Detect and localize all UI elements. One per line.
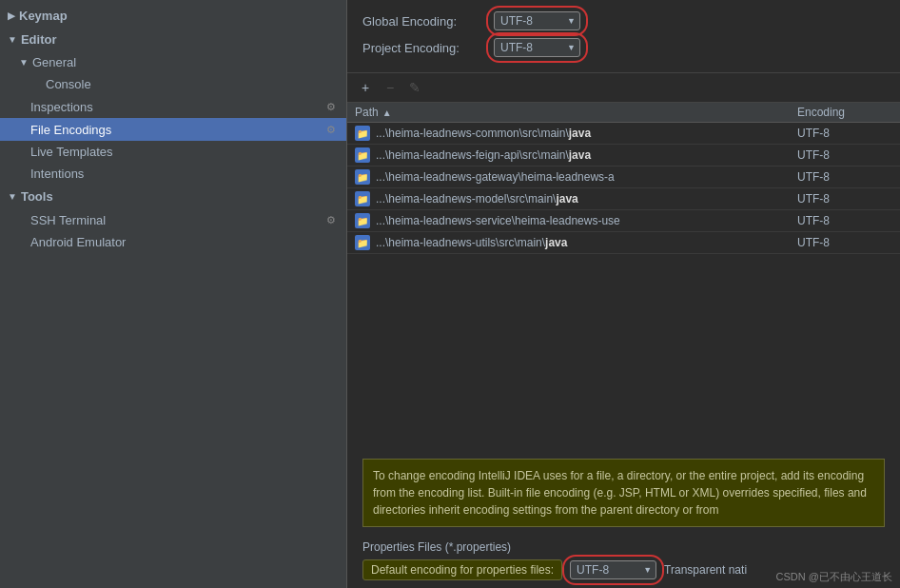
sidebar-item-label: Android Emulator xyxy=(30,235,339,249)
table-row[interactable]: 📁...\heima-leadnews-utils\src\main\javaU… xyxy=(347,232,900,254)
col-path-header: Path ▲ xyxy=(355,106,797,119)
row-path: ...\heima-leadnews-service\heima-leadnew… xyxy=(376,214,797,227)
table-body: 📁...\heima-leadnews-common\src\main\java… xyxy=(347,123,900,254)
chevron-down-icon: ▼ xyxy=(8,191,17,202)
row-path: ...\heima-leadnews-feign-api\src\main\ja… xyxy=(376,148,797,162)
folder-icon: 📁 xyxy=(355,169,370,185)
sidebar-item-label: Live Templates xyxy=(30,145,339,159)
table-row[interactable]: 📁...\heima-leadnews-gateway\heima-leadne… xyxy=(347,167,900,188)
sidebar-item-label: Keymap xyxy=(19,9,68,23)
table-row[interactable]: 📁...\heima-leadnews-common\src\main\java… xyxy=(347,123,900,145)
folder-icon: 📁 xyxy=(355,235,370,250)
info-text: To change encoding IntelliJ IDEA uses fo… xyxy=(373,469,867,517)
sidebar-item-label: Editor xyxy=(21,32,57,47)
project-encoding-select-wrapper: UTF-8 ISO-8859-1 US-ASCII xyxy=(494,38,580,57)
folder-icon: 📁 xyxy=(355,147,370,163)
global-encoding-select[interactable]: UTF-8 ISO-8859-1 US-ASCII xyxy=(494,11,580,30)
project-encoding-row: Project Encoding: UTF-8 ISO-8859-1 US-AS… xyxy=(362,38,885,57)
properties-label: Properties Files (*.properties) xyxy=(362,540,885,554)
col-path-label: Path xyxy=(355,106,379,119)
chevron-right-icon: ▶ xyxy=(8,10,15,21)
table-row[interactable]: 📁...\heima-leadnews-model\src\main\javaU… xyxy=(347,188,900,210)
row-encoding: UTF-8 xyxy=(797,170,892,184)
properties-encoding-select-wrapper: UTF-8 ISO-8859-1 xyxy=(570,560,656,579)
sidebar-item-label: Console xyxy=(46,77,339,91)
file-table: Path ▲ Encoding 📁...\heima-leadnews-comm… xyxy=(347,103,900,449)
row-path: ...\heima-leadnews-common\src\main\java xyxy=(376,127,797,140)
sidebar-item-label: General xyxy=(32,55,76,69)
chevron-down-icon: ▼ xyxy=(8,34,17,45)
sidebar-item-inspections[interactable]: Inspections ⚙ xyxy=(0,95,346,118)
sidebar-item-console[interactable]: Console xyxy=(0,73,346,95)
row-path: ...\heima-leadnews-utils\src\main\java xyxy=(376,236,797,249)
sidebar-item-label: Intentions xyxy=(30,167,339,181)
properties-encoding-select[interactable]: UTF-8 ISO-8859-1 xyxy=(570,560,656,579)
row-encoding: UTF-8 xyxy=(797,148,892,162)
info-box: To change encoding IntelliJ IDEA uses fo… xyxy=(362,459,885,527)
settings-icon: ⚙ xyxy=(323,122,339,137)
edit-button[interactable]: ✎ xyxy=(404,77,425,98)
sidebar-item-android-emulator[interactable]: Android Emulator xyxy=(0,231,346,253)
global-encoding-label: Global Encoding: xyxy=(362,14,486,29)
sidebar-item-keymap[interactable]: ▶ Keymap xyxy=(0,4,346,28)
project-encoding-label: Project Encoding: xyxy=(362,41,486,55)
table-header: Path ▲ Encoding xyxy=(347,103,900,123)
sidebar-item-label: Tools xyxy=(21,189,53,204)
folder-icon: 📁 xyxy=(355,191,370,206)
row-path: ...\heima-leadnews-gateway\heima-leadnew… xyxy=(376,170,797,184)
table-row[interactable]: 📁...\heima-leadnews-feign-api\src\main\j… xyxy=(347,145,900,167)
sort-arrow-icon: ▲ xyxy=(382,108,392,118)
table-row[interactable]: 📁...\heima-leadnews-service\heima-leadne… xyxy=(347,210,900,232)
settings-icon: ⚙ xyxy=(323,99,339,114)
sidebar-item-file-encodings[interactable]: File Encodings ⚙ xyxy=(0,118,346,141)
folder-icon: 📁 xyxy=(355,213,370,228)
watermark: CSDN @已不由心王道长 xyxy=(776,570,892,584)
row-encoding: UTF-8 xyxy=(797,236,892,249)
sidebar-item-label: File Encodings xyxy=(30,123,323,137)
main-panel: Global Encoding: UTF-8 ISO-8859-1 US-ASC… xyxy=(347,0,900,588)
row-encoding: UTF-8 xyxy=(797,127,892,140)
row-path: ...\heima-leadnews-model\src\main\java xyxy=(376,192,797,206)
sidebar-item-general[interactable]: ▼ General xyxy=(0,51,346,73)
settings-icon: ⚙ xyxy=(323,212,339,227)
folder-icon: 📁 xyxy=(355,126,370,141)
sidebar-item-tools[interactable]: ▼ Tools xyxy=(0,185,346,208)
chevron-down-icon: ▼ xyxy=(19,57,29,68)
row-encoding: UTF-8 xyxy=(797,192,892,206)
add-button[interactable]: + xyxy=(355,77,376,98)
remove-button[interactable]: − xyxy=(380,77,401,98)
sidebar-item-ssh-terminal[interactable]: SSH Terminal ⚙ xyxy=(0,208,346,231)
sidebar-item-intentions[interactable]: Intentions xyxy=(0,163,346,185)
sidebar-item-label: SSH Terminal xyxy=(30,213,323,227)
row-encoding: UTF-8 xyxy=(797,214,892,227)
project-encoding-select[interactable]: UTF-8 ISO-8859-1 US-ASCII xyxy=(494,38,580,57)
global-encoding-row: Global Encoding: UTF-8 ISO-8859-1 US-ASC… xyxy=(362,11,885,30)
transparent-native-label: Transparent nati xyxy=(664,563,747,577)
properties-encoding-label: Default encoding for properties files: xyxy=(362,559,562,580)
col-encoding-header: Encoding xyxy=(797,106,892,119)
global-encoding-select-wrapper: UTF-8 ISO-8859-1 US-ASCII xyxy=(494,11,580,30)
sidebar-item-live-templates[interactable]: Live Templates xyxy=(0,141,346,163)
encoding-section: Global Encoding: UTF-8 ISO-8859-1 US-ASC… xyxy=(347,0,900,73)
table-toolbar: + − ✎ xyxy=(347,73,900,103)
settings-sidebar: ▶ Keymap ▼ Editor ▼ General Console Insp… xyxy=(0,0,347,588)
sidebar-item-editor[interactable]: ▼ Editor xyxy=(0,28,346,51)
sidebar-item-label: Inspections xyxy=(30,100,323,114)
